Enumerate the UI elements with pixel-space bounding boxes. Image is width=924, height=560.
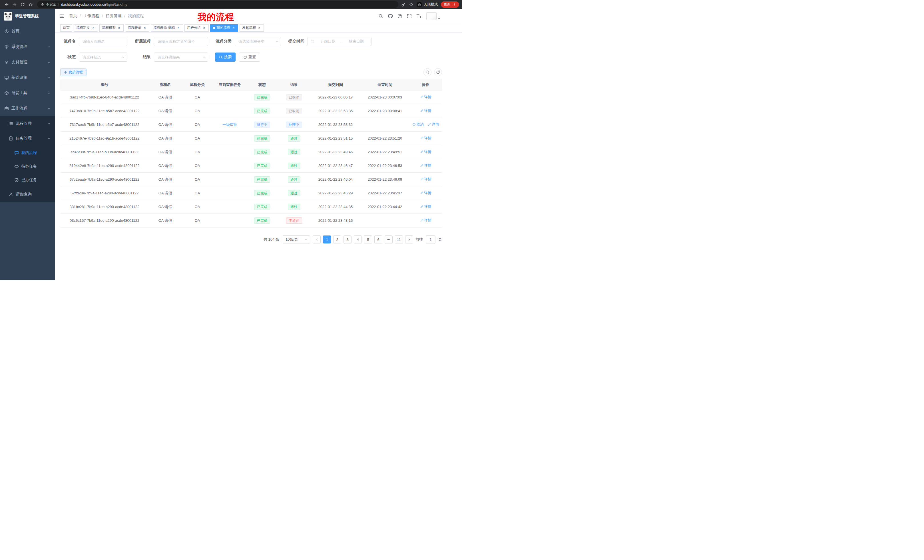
cell-end-time: 2022-01-22 23:46:09 [361, 173, 409, 186]
tab-close-icon[interactable]: × [117, 26, 121, 30]
detail-link[interactable]: 详情 [420, 108, 432, 113]
breadcrumb-workflow[interactable]: 工作流程 [83, 13, 99, 18]
bookmark-star-icon[interactable] [409, 2, 414, 7]
browser-back-button[interactable] [3, 1, 10, 8]
detail-link[interactable]: 详情 [420, 95, 432, 100]
page-button-5[interactable]: 5 [364, 235, 372, 244]
tab-process-model[interactable]: 流程模型× [99, 24, 124, 32]
breadcrumb-home[interactable]: 首页 [69, 13, 77, 18]
sidebar-item-home[interactable]: 首页 [0, 24, 55, 39]
chevron-down-icon [47, 122, 51, 125]
page-size-select[interactable]: 10条/页 [283, 235, 310, 244]
list-icon [9, 121, 13, 126]
parent-process-input[interactable] [154, 37, 208, 46]
sidebar-item-payment[interactable]: ¥ 支付管理 [0, 54, 55, 70]
process-category-select-input[interactable] [235, 37, 281, 46]
edit-icon [428, 123, 431, 126]
reset-button[interactable]: 重置 [239, 52, 260, 61]
help-icon[interactable] [398, 14, 402, 18]
hamburger-icon [59, 13, 64, 19]
chevron-down-icon [47, 45, 51, 48]
cell-category: OA [182, 214, 213, 228]
sidebar-item-process-management[interactable]: 流程管理 [0, 116, 55, 131]
status-select[interactable] [79, 52, 128, 61]
cell-end-time [361, 118, 409, 132]
detail-link[interactable]: 详情 [420, 177, 432, 182]
submit-time-range-picker[interactable]: 开始日期 - 结束日期 [308, 37, 372, 46]
toggle-search-button[interactable] [423, 68, 432, 76]
font-size-icon[interactable] [416, 14, 422, 18]
result-select-input[interactable] [154, 52, 208, 61]
page-button-6[interactable]: 6 [374, 235, 382, 244]
browser-home-button[interactable] [27, 1, 34, 8]
search-icon[interactable] [378, 14, 383, 18]
tab-home[interactable]: 首页 [60, 24, 72, 32]
tab-close-icon[interactable]: × [177, 26, 180, 30]
page-button-11[interactable]: 11 [395, 235, 403, 244]
detail-link[interactable]: 详情 [420, 163, 432, 168]
sidebar-item-my-processes[interactable]: 我的流程 [0, 146, 55, 160]
sidebar-item-workflow[interactable]: 工作流程 [0, 101, 55, 116]
next-page-button[interactable] [405, 235, 413, 244]
browser-menu-icon[interactable]: ⋮ [453, 3, 456, 6]
sidebar-item-infrastructure[interactable]: 基础设施 [0, 70, 55, 85]
tab-process-definition[interactable]: 流程定义× [74, 24, 98, 32]
browser-reload-button[interactable] [19, 1, 26, 8]
page-button-4[interactable]: 4 [354, 235, 362, 244]
status-select-input[interactable] [79, 52, 128, 61]
sidebar-item-label: 我的流程 [21, 150, 37, 155]
tab-close-icon[interactable]: × [257, 26, 261, 30]
cell-name: OA 请假 [149, 104, 182, 118]
cancel-link[interactable]: 取消 [412, 122, 424, 127]
sidebar-item-devtools[interactable]: 研发工具 [0, 85, 55, 101]
goto-page-input[interactable] [426, 235, 435, 244]
cell-submit-time: 2022-01-22 23:44:35 [310, 200, 361, 214]
password-key-icon[interactable] [401, 2, 406, 7]
tab-process-form[interactable]: 流程表单× [125, 24, 149, 32]
sidebar-item-task-management[interactable]: 任务管理 [0, 131, 55, 146]
github-icon[interactable] [388, 13, 393, 18]
process-category-select[interactable] [235, 37, 281, 46]
avatar[interactable] [426, 12, 436, 20]
sidebar-item-system[interactable]: 系统管理 [0, 39, 55, 54]
date-range-separator: - [342, 39, 343, 44]
detail-link[interactable]: 详情 [420, 191, 432, 196]
fullscreen-icon[interactable] [407, 14, 412, 18]
browser-forward-button[interactable] [11, 1, 18, 8]
tab-process-form-edit[interactable]: 流程表单-编辑× [151, 24, 183, 32]
detail-link[interactable]: 详情 [428, 122, 439, 127]
tab-my-processes[interactable]: 我的流程× [210, 24, 238, 32]
page-button-2[interactable]: 2 [333, 235, 341, 244]
page-button-1[interactable]: 1 [323, 235, 331, 244]
address-bar[interactable]: 不安全 dashboard.yudao.iocoder.cn/bpm/task/… [37, 1, 398, 8]
tab-user-group[interactable]: 用户分组× [184, 24, 209, 32]
user-menu[interactable] [426, 12, 441, 20]
tab-close-icon[interactable]: × [143, 26, 147, 30]
sidebar-toggle-button[interactable] [59, 13, 64, 19]
page-title-annotation: 我的流程 [198, 11, 234, 23]
sidebar-item-todo-tasks[interactable]: 待办任务 [0, 160, 55, 173]
tab-close-icon[interactable]: × [202, 26, 206, 30]
page-ellipsis-button[interactable]: ••• [385, 235, 393, 244]
current-task-link[interactable]: 一级审批 [222, 123, 237, 127]
tab-close-icon[interactable]: × [232, 26, 236, 30]
start-process-button[interactable]: 发起流程 [60, 68, 87, 76]
process-name-input[interactable] [79, 37, 128, 46]
browser-update-button[interactable]: 更新 ⋮ [441, 1, 459, 8]
chevron-down-icon [47, 61, 51, 64]
detail-link[interactable]: 详情 [420, 218, 432, 223]
result-select[interactable] [154, 52, 208, 61]
sidebar-item-done-tasks[interactable]: 已办任务 [0, 173, 55, 187]
security-chip[interactable]: 不安全 [40, 2, 56, 7]
sidebar-item-leave-query[interactable]: 请假查询 [0, 187, 55, 202]
detail-link[interactable]: 详情 [420, 136, 432, 141]
refresh-table-button[interactable] [434, 68, 442, 76]
prev-page-button[interactable] [313, 235, 321, 244]
tab-start-process[interactable]: 发起流程× [240, 24, 264, 32]
page-button-3[interactable]: 3 [344, 235, 351, 244]
detail-link[interactable]: 详情 [420, 204, 432, 209]
search-button[interactable]: 搜索 [215, 52, 236, 61]
detail-link[interactable]: 详情 [420, 150, 432, 154]
breadcrumb-task-management[interactable]: 任务管理 [106, 13, 122, 18]
tab-close-icon[interactable]: × [92, 26, 95, 30]
